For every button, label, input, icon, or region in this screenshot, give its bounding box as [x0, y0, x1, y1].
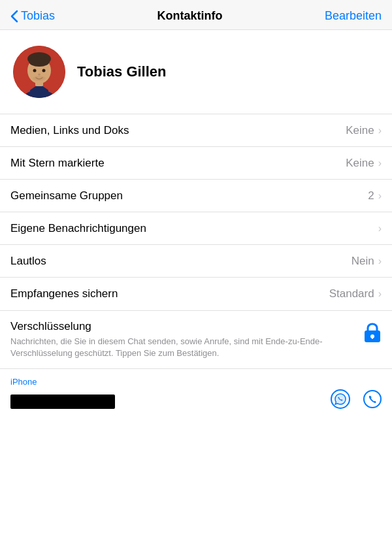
edit-button[interactable]: Bearbeiten — [325, 9, 382, 23]
list-item[interactable]: Medien, Links und Doks Keine › — [0, 114, 392, 147]
encryption-section[interactable]: Verschlüsselung Nachrichten, die Sie in … — [0, 310, 392, 368]
avatar-image — [13, 46, 65, 98]
back-button[interactable]: Tobias — [10, 9, 55, 23]
list-item-right: › — [378, 223, 382, 234]
chevron-icon: › — [378, 157, 382, 169]
chevron-icon: › — [378, 125, 382, 137]
phone-call-button[interactable] — [363, 390, 382, 413]
list-item[interactable]: Gemeinsame Gruppen 2 › — [0, 180, 392, 212]
whatsapp-chat-button[interactable] — [331, 389, 350, 413]
svg-rect-15 — [372, 336, 373, 339]
profile-section: Tobias Gillen — [0, 30, 392, 114]
list-item-label: Lautlos — [10, 255, 351, 268]
chevron-icon: › — [378, 190, 382, 202]
page-title: Kontaktinfo — [157, 9, 222, 23]
list-item[interactable]: Eigene Benachrichtigungen › — [0, 212, 392, 245]
list-item-right: Keine › — [346, 124, 382, 137]
chevron-icon: › — [378, 255, 382, 267]
svg-point-11 — [38, 74, 41, 76]
list-item-label: Empfangenes sichern — [10, 287, 329, 300]
list-item-right: 2 › — [368, 189, 382, 202]
list-item-value: Standard — [329, 287, 374, 300]
list-item-value: 2 — [368, 189, 374, 202]
phone-section: iPhone — [0, 368, 392, 419]
list-item-right: Standard › — [329, 287, 382, 300]
encryption-title: Verschlüsselung — [10, 320, 355, 333]
back-chevron-icon — [10, 10, 18, 23]
contact-name: Tobias Gillen — [77, 63, 167, 80]
list-item-label: Gemeinsame Gruppen — [10, 189, 368, 202]
phone-row — [10, 389, 382, 413]
list-item-label: Mit Stern markierte — [10, 157, 346, 170]
list-item[interactable]: Mit Stern markierte Keine › — [0, 147, 392, 180]
list-item-right: Keine › — [346, 157, 382, 170]
lock-icon — [363, 321, 382, 348]
encryption-text: Verschlüsselung Nachrichten, die Sie in … — [10, 320, 355, 359]
svg-point-9 — [33, 69, 37, 73]
svg-point-10 — [42, 69, 46, 73]
list-item[interactable]: Empfangenes sichern Standard › — [0, 278, 392, 310]
encryption-description: Nachrichten, die Sie in diesem Chat send… — [10, 336, 355, 359]
list-item-right: Nein › — [351, 255, 382, 268]
svg-point-12 — [33, 76, 46, 81]
svg-point-17 — [364, 391, 381, 408]
menu-list: Medien, Links und Doks Keine › Mit Stern… — [0, 114, 392, 310]
list-item-value: Nein — [351, 255, 374, 268]
list-item[interactable]: Lautlos Nein › — [0, 245, 392, 278]
header: Tobias Kontaktinfo Bearbeiten — [0, 0, 392, 30]
svg-point-8 — [29, 56, 50, 67]
phone-actions — [331, 389, 382, 413]
back-label: Tobias — [21, 9, 55, 23]
list-item-value: Keine — [346, 124, 374, 137]
avatar — [13, 46, 65, 98]
list-item-value: Keine — [346, 157, 374, 170]
phone-number-redacted — [10, 395, 115, 409]
list-item-label: Eigene Benachrichtigungen — [10, 222, 378, 235]
chevron-icon: › — [378, 223, 382, 234]
list-item-label: Medien, Links und Doks — [10, 124, 346, 137]
phone-type-label: iPhone — [10, 377, 382, 387]
chevron-icon: › — [378, 288, 382, 300]
